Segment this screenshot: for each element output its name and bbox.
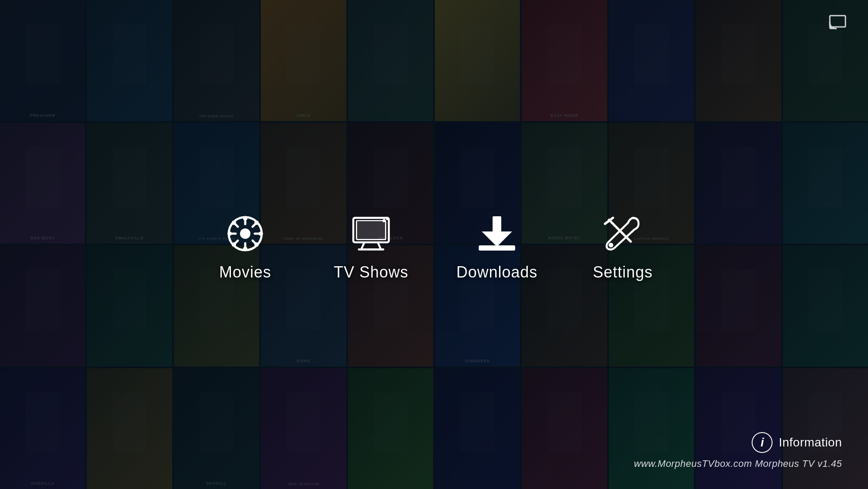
svg-point-24 <box>382 219 385 222</box>
svg-point-12 <box>243 247 247 251</box>
svg-rect-0 <box>830 16 845 27</box>
info-icon: i <box>752 432 773 453</box>
svg-line-22 <box>378 242 381 249</box>
main-menu: Movies TV Shows <box>0 199 868 290</box>
svg-point-2 <box>240 228 250 239</box>
download-icon <box>471 212 523 255</box>
svg-marker-27 <box>482 231 512 247</box>
svg-point-29 <box>608 243 613 248</box>
svg-point-13 <box>227 231 232 236</box>
website-text: www.MorpheusTVbox.com Morpheus TV v1.45 <box>634 458 842 469</box>
menu-item-movies[interactable]: Movies <box>182 199 308 290</box>
svg-rect-28 <box>479 245 515 251</box>
info-row[interactable]: i Information <box>752 432 842 453</box>
settings-label: Settings <box>593 263 653 281</box>
svg-rect-20 <box>356 221 385 240</box>
menu-row: Movies TV Shows <box>182 199 686 290</box>
downloads-label: Downloads <box>456 263 537 281</box>
svg-point-18 <box>232 242 236 247</box>
settings-icon <box>597 212 649 255</box>
film-reel-icon <box>219 212 271 255</box>
tv-icon <box>345 212 397 255</box>
svg-line-21 <box>361 242 364 249</box>
cast-icon[interactable] <box>828 12 851 33</box>
menu-item-downloads[interactable]: Downloads <box>434 199 560 290</box>
website-url: www.MorpheusTVbox.com Morpheus TV v1.45 <box>634 458 842 469</box>
menu-item-tv-shows[interactable]: TV Shows <box>308 199 434 290</box>
info-label: Information <box>779 436 842 449</box>
movies-label: Movies <box>219 263 271 281</box>
svg-point-11 <box>243 216 247 221</box>
svg-point-16 <box>254 242 259 247</box>
menu-item-settings[interactable]: Settings <box>560 199 686 290</box>
svg-point-15 <box>232 221 236 225</box>
svg-point-14 <box>259 231 263 236</box>
svg-point-25 <box>386 218 388 220</box>
info-section: i Information www.MorpheusTVbox.com Morp… <box>634 432 842 469</box>
svg-point-17 <box>254 221 259 225</box>
svg-rect-26 <box>493 216 501 234</box>
tv-shows-label: TV Shows <box>334 263 408 281</box>
